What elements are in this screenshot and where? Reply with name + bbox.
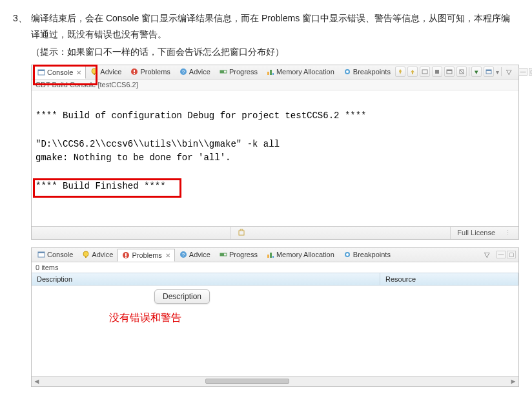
toolbar-display-button[interactable]	[420, 67, 430, 77]
svg-rect-37	[272, 256, 274, 258]
console-icon	[37, 251, 45, 258]
close-icon[interactable]: ✕	[76, 69, 81, 76]
tab-advice-2[interactable]: ? Advice	[175, 65, 215, 78]
svg-text:?: ?	[182, 69, 185, 75]
tab-breakpoints-1[interactable]: Breakpoints	[339, 65, 395, 78]
tab-breakpoints-2[interactable]: Breakpoints	[339, 248, 395, 261]
toolbar-pin-button[interactable]	[395, 67, 405, 77]
tab-memory-1[interactable]: Memory Allocation	[262, 65, 339, 78]
tab-memory-2-label: Memory Allocation	[276, 251, 334, 258]
toolbar-menu-button[interactable]: ▽	[504, 67, 514, 77]
console-panel: Console ✕ Advice Problems ? Advice Progr…	[31, 65, 519, 240]
instruction-paragraph: 3、 编译结束后，会在 Console 窗口显示编译结果信息，而在 Proble…	[13, 10, 519, 43]
tab-advice-2-label: Advice	[189, 68, 210, 76]
svg-rect-23	[239, 231, 244, 235]
svg-rect-27	[85, 256, 87, 258]
toolbar-open-console-button[interactable]: ▾	[471, 67, 482, 77]
window-controls-2: — ▢	[496, 251, 516, 258]
svg-rect-34	[220, 253, 224, 256]
svg-rect-12	[270, 70, 272, 75]
toolbar-up-button[interactable]	[407, 67, 418, 77]
window-controls-1: — ▢	[518, 68, 532, 76]
svg-rect-35	[267, 255, 269, 258]
toolbar-new-console-button[interactable]	[484, 67, 494, 77]
toolbar-menu-button[interactable]: ▽	[482, 249, 492, 260]
tab-advice-3-label: Advice	[92, 251, 113, 258]
scroll-thumb[interactable]	[205, 379, 289, 384]
horizontal-scrollbar[interactable]: ◄ ►	[32, 376, 518, 386]
console-line: gmake: Nothing to be done for 'all'.	[36, 151, 515, 165]
tab-problems-2[interactable]: Problems ✕	[118, 249, 174, 262]
svg-rect-16	[422, 70, 427, 74]
svg-rect-29	[125, 253, 127, 256]
problems-table-header: Description Resource	[32, 273, 518, 286]
tab-memory-2[interactable]: Memory Allocation	[262, 248, 339, 261]
tab-progress-2[interactable]: Progress	[215, 248, 262, 261]
scroll-left-icon[interactable]: ◄	[32, 377, 42, 385]
problems-panel: Console Advice Problems ✕ ? Advice Progr…	[31, 247, 519, 387]
svg-rect-19	[447, 70, 452, 71]
toolbar-scroll-lock-button[interactable]	[444, 67, 455, 77]
tab-problems-1[interactable]: Problems	[126, 65, 174, 78]
progress-icon	[220, 68, 227, 76]
svg-rect-13	[272, 73, 274, 75]
tab-advice-3[interactable]: Advice	[77, 248, 118, 261]
advice-icon: ?	[179, 68, 187, 76]
problems-icon	[130, 68, 138, 76]
console-output: **** Build of configuration Debug for pr…	[32, 90, 518, 226]
svg-text:?: ?	[182, 252, 185, 258]
console-line: **** Build Finished ****	[36, 180, 515, 194]
svg-rect-36	[270, 253, 272, 258]
bulb-icon	[82, 251, 90, 258]
problems-count: 0 items	[32, 262, 518, 273]
svg-point-26	[83, 251, 88, 256]
svg-rect-5	[134, 70, 135, 72]
tab-console[interactable]: Console ✕	[33, 66, 86, 79]
tab-advice-1[interactable]: Advice	[86, 65, 126, 78]
tab-progress-2-label: Progress	[229, 251, 258, 258]
bulb-icon	[90, 68, 98, 76]
memory-icon	[267, 251, 274, 258]
tab-console-2-label: Console	[47, 251, 73, 258]
maximize-view-icon[interactable]: ▢	[529, 68, 532, 76]
svg-rect-6	[134, 73, 135, 74]
console-line: "D:\\CCS6.2\\ccsv6\\utils\\bin\\gmake" -…	[36, 138, 515, 152]
svg-point-39	[346, 253, 349, 256]
minimize-view-icon[interactable]: —	[496, 251, 506, 258]
scroll-track[interactable]	[42, 377, 508, 385]
scroll-right-icon[interactable]: ►	[508, 377, 518, 385]
toolbar-wrap-button[interactable]	[456, 67, 467, 77]
svg-rect-3	[94, 74, 95, 75]
svg-rect-10	[220, 70, 224, 73]
progress-icon	[220, 251, 227, 258]
tab-problems-1-label: Problems	[140, 68, 170, 76]
breakpoint-icon	[343, 68, 351, 76]
svg-rect-22	[486, 70, 491, 71]
problems-tab-bar: Console Advice Problems ✕ ? Advice Progr…	[32, 248, 518, 262]
tab-advice-4[interactable]: ? Advice	[175, 248, 215, 261]
annotation-no-errors: 没有错误和警告	[109, 311, 181, 325]
column-description[interactable]: Description	[32, 273, 380, 285]
tab-breakpoints-1-label: Breakpoints	[353, 68, 391, 76]
tab-advice-1-label: Advice	[100, 68, 121, 76]
toolbar-clear-button[interactable]	[432, 67, 442, 77]
instruction-hint: （提示：如果窗口不一样的话，下面会告诉怎么把窗口分布好）	[31, 44, 519, 60]
maximize-view-icon[interactable]: ▢	[507, 251, 516, 258]
column-resource[interactable]: Resource	[380, 273, 518, 285]
svg-rect-25	[38, 252, 45, 253]
tab-console-label: Console	[47, 68, 73, 76]
breakpoint-icon	[343, 251, 351, 258]
list-number: 3、	[13, 10, 31, 43]
status-license: Full License ⋮	[450, 227, 518, 239]
minimize-view-icon[interactable]: —	[518, 68, 527, 76]
status-bar: Full License ⋮	[32, 226, 518, 239]
status-writable-icon	[230, 227, 252, 239]
advice-icon: ?	[179, 251, 187, 258]
tab-progress-1[interactable]: Progress	[215, 65, 262, 78]
memory-icon	[267, 68, 274, 76]
description-tooltip: Description	[154, 289, 210, 304]
svg-rect-17	[435, 70, 439, 74]
tab-console-2[interactable]: Console	[33, 248, 77, 261]
close-icon[interactable]: ✕	[165, 252, 170, 259]
console-toolbar: ▾ ▾ ▽ — ▢	[395, 67, 532, 77]
